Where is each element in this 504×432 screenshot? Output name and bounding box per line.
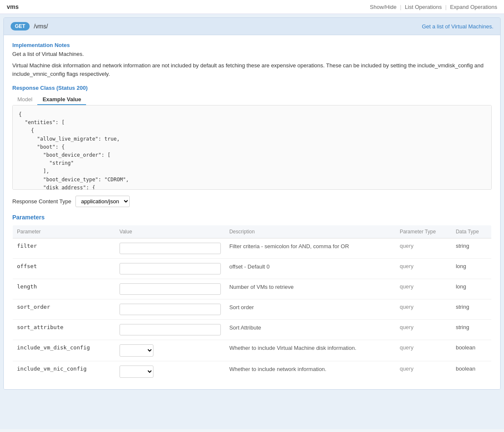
tab-example[interactable]: Example Value (37, 94, 86, 105)
param-text-input[interactable] (120, 243, 221, 254)
divider: | (400, 4, 401, 10)
param-data-type-cell: string (451, 238, 491, 259)
param-text-input[interactable] (120, 304, 221, 315)
impl-notes-title: Implementation Notes (12, 42, 492, 48)
show-hide-button[interactable]: Show/Hide (370, 4, 397, 10)
param-name: filter (17, 243, 37, 249)
impl-notes-short: Get a list of Virtual Machines. (12, 51, 492, 57)
param-name: offset (17, 263, 37, 269)
api-block: GET /vms/ Get a list of Virtual Machines… (3, 17, 501, 390)
param-name-cell: length (13, 279, 115, 299)
parameters-section: Parameters Parameter Value Description P… (12, 214, 492, 382)
param-desc-cell: offset - Default 0 (225, 259, 395, 279)
param-name: include_vm_nic_config (17, 366, 86, 372)
col-value: Value (115, 225, 225, 238)
parameters-title: Parameters (12, 214, 492, 221)
col-parameter: Parameter (13, 225, 115, 238)
param-type-cell: query (395, 320, 451, 340)
param-value-cell[interactable] (115, 299, 225, 320)
params-table: Parameter Value Description Parameter Ty… (12, 225, 492, 382)
top-bar-actions: Show/Hide | List Operations | Expand Ope… (370, 4, 497, 10)
param-text-input[interactable] (120, 324, 221, 335)
table-row: offsetoffset - Default 0querylong (13, 259, 492, 279)
impl-notes-detail: Virtual Machine disk information and net… (12, 61, 492, 78)
param-data-type-cell: long (451, 279, 491, 299)
col-data-type: Data Type (451, 225, 491, 238)
method-badge: GET (11, 22, 30, 30)
param-value-cell[interactable] (115, 259, 225, 279)
params-header-row: Parameter Value Description Parameter Ty… (13, 225, 492, 238)
col-description: Description (225, 225, 395, 238)
response-content-select[interactable]: application/json (75, 196, 130, 207)
param-name-cell: filter (13, 238, 115, 259)
api-header: GET /vms/ Get a list of Virtual Machines… (4, 18, 500, 35)
param-type-cell: query (395, 361, 451, 382)
param-data-type-cell: boolean (451, 340, 491, 361)
param-name-cell: sort_attribute (13, 320, 115, 340)
param-name: sort_order (17, 304, 50, 310)
param-type-cell: query (395, 340, 451, 361)
param-name-cell: sort_order (13, 299, 115, 320)
response-content-row: Response Content Type application/json (12, 196, 492, 207)
param-desc-cell: Number of VMs to retrieve (225, 279, 395, 299)
param-text-input[interactable] (120, 283, 221, 295)
table-row: sort_orderSort orderquerystring (13, 299, 492, 320)
main-container: GET /vms/ Get a list of Virtual Machines… (0, 14, 504, 429)
response-content-label: Response Content Type (12, 198, 71, 205)
param-type-cell: query (395, 259, 451, 279)
param-value-cell[interactable] (115, 279, 225, 299)
param-desc-cell: Whether to include network information. (225, 361, 395, 382)
param-name-cell: include_vm_nic_config (13, 361, 115, 382)
param-select-input[interactable]: truefalse (120, 344, 153, 357)
table-row: filterFilter criteria - semicolon for AN… (13, 238, 492, 259)
param-value-cell[interactable]: truefalse (115, 361, 225, 382)
param-name: sort_attribute (17, 324, 64, 330)
list-operations-button[interactable]: List Operations (405, 4, 442, 10)
param-data-type-cell: string (451, 299, 491, 320)
param-desc-cell: Sort order (225, 299, 395, 320)
param-desc-cell: Whether to include Virtual Machine disk … (225, 340, 395, 361)
param-value-cell[interactable] (115, 320, 225, 340)
page-title: vms (7, 3, 19, 10)
param-data-type-cell: boolean (451, 361, 491, 382)
param-name-cell: include_vm_disk_config (13, 340, 115, 361)
param-type-cell: query (395, 279, 451, 299)
response-class-title: Response Class (Status 200) (12, 85, 492, 91)
param-name: length (17, 283, 37, 290)
param-data-type-cell: long (451, 259, 491, 279)
param-value-cell[interactable] (115, 238, 225, 259)
param-select-input[interactable]: truefalse (120, 366, 153, 378)
table-row: lengthNumber of VMs to retrievequerylong (13, 279, 492, 299)
code-block[interactable]: { "entities": [ { "allow_live_migrate": … (12, 105, 492, 190)
table-row: include_vm_nic_configtruefalseWhether to… (13, 361, 492, 382)
param-name-cell: offset (13, 259, 115, 279)
api-header-left: GET /vms/ (11, 22, 48, 30)
param-type-cell: query (395, 299, 451, 320)
param-type-cell: query (395, 238, 451, 259)
divider2: | (445, 4, 446, 10)
param-value-cell[interactable]: truefalse (115, 340, 225, 361)
col-param-type: Parameter Type (395, 225, 451, 238)
api-path: /vms/ (34, 23, 48, 30)
param-data-type-cell: string (451, 320, 491, 340)
param-name: include_vm_disk_config (17, 344, 90, 351)
param-text-input[interactable] (120, 263, 221, 274)
table-row: include_vm_disk_configtruefalseWhether t… (13, 340, 492, 361)
api-summary-link[interactable]: Get a list of Virtual Machines. (422, 23, 493, 30)
expand-operations-button[interactable]: Expand Operations (450, 4, 497, 10)
tab-model[interactable]: Model (12, 94, 37, 105)
api-body: Implementation Notes Get a list of Virtu… (4, 35, 500, 389)
top-bar: vms Show/Hide | List Operations | Expand… (0, 0, 504, 14)
param-desc-cell: Sort Attribute (225, 320, 395, 340)
param-desc-cell: Filter criteria - semicolon for AND, com… (225, 238, 395, 259)
table-row: sort_attributeSort Attributequerystring (13, 320, 492, 340)
model-tabs: Model Example Value (12, 94, 492, 105)
